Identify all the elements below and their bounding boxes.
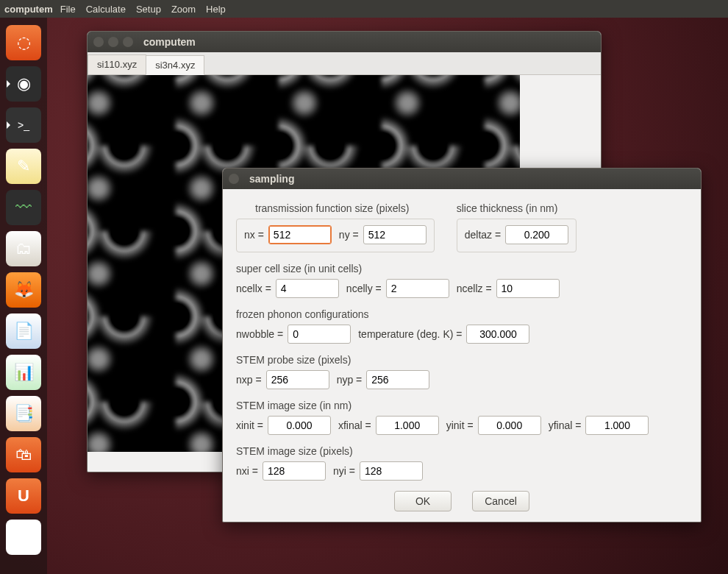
ncelly-input[interactable] <box>386 279 449 298</box>
close-icon[interactable] <box>229 174 239 184</box>
sampling-dialog: sampling transmission function size (pix… <box>222 168 702 522</box>
yinit-label: yinit = <box>446 419 474 431</box>
launcher-files-icon[interactable]: 🗂 <box>6 231 41 266</box>
slice-box: deltaz = <box>457 219 577 252</box>
launcher-firefox-icon[interactable]: 🦊 <box>6 272 41 308</box>
ncellz-input[interactable] <box>496 279 560 298</box>
ok-button[interactable]: OK <box>394 491 452 511</box>
launcher-writer-icon[interactable]: 📄 <box>6 313 41 349</box>
launcher-terminal-icon[interactable]: >_ <box>6 107 41 143</box>
launcher-draw-icon[interactable]: ✎ <box>6 149 41 184</box>
imgsize-px-label: STEM image size (pixels) <box>236 445 688 457</box>
menu-setup[interactable]: Setup <box>136 4 161 15</box>
menubar-app-name: computem <box>4 4 53 15</box>
nwobble-input[interactable] <box>288 325 351 344</box>
ncellx-input[interactable] <box>276 279 339 298</box>
unity-launcher: ◌ ◉ >_ ✎ 〰 🗂 🦊 📄 📊 📑 🛍 U a <box>0 18 47 574</box>
maximize-icon[interactable] <box>123 37 133 47</box>
launcher-calc-icon[interactable]: 📊 <box>6 355 41 390</box>
probe-label: STEM probe size (pixels) <box>236 354 688 366</box>
minimize-icon[interactable] <box>108 37 118 47</box>
menu-zoom[interactable]: Zoom <box>171 4 196 15</box>
xinit-input[interactable] <box>268 416 331 435</box>
sampling-titlebar[interactable]: sampling <box>223 169 701 189</box>
xinit-label: xinit = <box>236 419 263 431</box>
yfinal-input[interactable] <box>585 416 649 435</box>
supercell-label: super cell size (in unit cells) <box>236 263 688 274</box>
imgsize-nm-label: STEM image size (in nm) <box>236 400 688 411</box>
menu-calculate[interactable]: Calculate <box>86 4 126 15</box>
global-menubar: computem File Calculate Setup Zoom Help <box>0 0 728 18</box>
ncelly-label: ncelly = <box>346 283 382 294</box>
yinit-input[interactable] <box>478 416 541 435</box>
cancel-button[interactable]: Cancel <box>472 491 529 511</box>
computem-title: computem <box>143 36 196 48</box>
xfinal-label: xfinal = <box>338 419 371 431</box>
launcher-amazon-icon[interactable]: a <box>6 520 41 555</box>
launcher-computem-icon[interactable]: ◉ <box>6 66 41 102</box>
deltaz-label: deltaz = <box>465 229 501 241</box>
launcher-software-icon[interactable]: 🛍 <box>6 437 41 472</box>
menu-file[interactable]: File <box>60 4 76 15</box>
temperature-input[interactable] <box>466 325 529 344</box>
nxp-input[interactable] <box>266 370 329 389</box>
yfinal-label: yfinal = <box>549 419 582 431</box>
nyi-input[interactable] <box>360 461 423 481</box>
ny-label: ny = <box>339 229 359 241</box>
sampling-title: sampling <box>249 173 294 185</box>
launcher-ubuntuone-icon[interactable]: U <box>6 478 41 514</box>
nwobble-label: nwobble = <box>236 328 283 340</box>
menu-help[interactable]: Help <box>206 4 226 15</box>
launcher-sysmon-icon[interactable]: 〰 <box>6 190 41 225</box>
nxi-label: nxi = <box>236 465 258 477</box>
nyp-label: nyp = <box>337 374 363 386</box>
temperature-label: temperature (deg. K) = <box>358 328 462 340</box>
nxi-input[interactable] <box>263 461 326 481</box>
ncellx-label: ncellx = <box>236 283 271 294</box>
computem-titlebar[interactable]: computem <box>88 32 601 52</box>
xfinal-input[interactable] <box>376 416 439 435</box>
tab-si3n4[interactable]: si3n4.xyz <box>146 55 204 75</box>
slice-label: slice thickness (in nm) <box>457 202 577 214</box>
ncellz-label: ncellz = <box>457 283 492 294</box>
launcher-impress-icon[interactable]: 📑 <box>6 396 41 431</box>
nx-label: nx = <box>244 229 264 241</box>
nx-input[interactable] <box>268 225 332 244</box>
tab-si110[interactable]: si110.xyz <box>88 54 146 74</box>
launcher-dash-icon[interactable]: ◌ <box>6 25 41 60</box>
nyi-label: nyi = <box>333 465 355 477</box>
nyp-input[interactable] <box>366 370 429 389</box>
transmission-box: nx = ny = <box>236 219 435 252</box>
nxp-label: nxp = <box>236 374 262 386</box>
ny-input[interactable] <box>363 225 427 244</box>
deltaz-input[interactable] <box>505 225 568 244</box>
transmission-label: transmission function size (pixels) <box>255 202 435 214</box>
file-tabs: si110.xyz si3n4.xyz <box>88 52 601 75</box>
phonon-label: frozen phonon configurations <box>236 308 688 320</box>
close-icon[interactable] <box>93 37 104 47</box>
